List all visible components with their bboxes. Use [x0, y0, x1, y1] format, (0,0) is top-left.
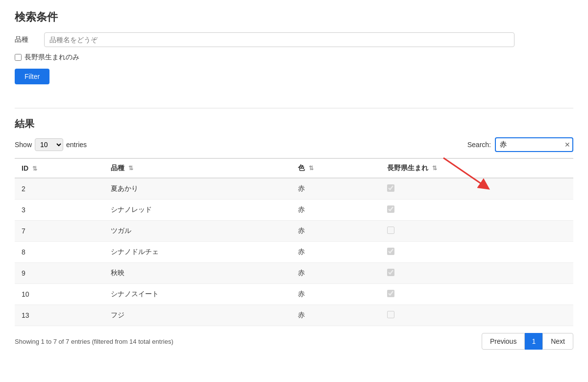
entries-select[interactable]: 10 25 50 100: [35, 138, 63, 151]
nagano-only-checkbox[interactable]: [15, 54, 22, 61]
nagano-checkbox[interactable]: [387, 227, 394, 234]
search-conditions-title: 検索条件: [15, 10, 573, 25]
showing-text: Showing 1 to 7 of 7 entries (filtered fr…: [15, 338, 173, 345]
cell-id: 8: [15, 242, 104, 263]
search-label: Search:: [467, 141, 491, 149]
variety-field-row: 品種: [15, 32, 573, 47]
sort-variety-icon[interactable]: ⇅: [128, 165, 133, 172]
search-input-wrap: ✕: [495, 137, 573, 152]
col-variety: 品種 ⇅: [104, 158, 291, 178]
previous-button[interactable]: Previous: [482, 333, 525, 350]
table-row: 8シナノドルチェ赤: [15, 242, 573, 263]
variety-label: 品種: [15, 35, 44, 44]
current-page: 1: [525, 333, 542, 350]
cell-id: 2: [15, 178, 104, 200]
cell-color: 赤: [291, 178, 380, 200]
cell-color: 赤: [291, 200, 380, 221]
table-header-row: ID ⇅ 品種 ⇅ 色 ⇅ 長野県生まれ ⇅: [15, 158, 573, 178]
table-row: 2夏あかり赤: [15, 178, 573, 200]
sort-nagano-icon[interactable]: ⇅: [432, 165, 437, 172]
cell-color: 赤: [291, 242, 380, 263]
sort-color-icon[interactable]: ⇅: [309, 165, 314, 172]
results-section: 結果 Show 10 25 50 100 entries Search: ✕: [15, 117, 573, 350]
nagano-only-label: 長野県生まれのみ: [24, 53, 79, 62]
cell-color: 赤: [291, 263, 380, 284]
cell-id: 10: [15, 284, 104, 305]
variety-input[interactable]: [44, 32, 514, 47]
nagano-checkbox[interactable]: [387, 269, 394, 276]
cell-variety: 夏あかり: [104, 178, 291, 200]
cell-nagano: [380, 221, 573, 242]
cell-id: 3: [15, 200, 104, 221]
show-label: Show: [15, 141, 32, 149]
cell-variety: フジ: [104, 305, 291, 326]
cell-nagano: [380, 284, 573, 305]
table-row: 9秋映赤: [15, 263, 573, 284]
search-input[interactable]: [495, 137, 573, 152]
show-entries-control: Show 10 25 50 100 entries: [15, 138, 87, 151]
search-box: Search: ✕: [467, 137, 573, 152]
col-id: ID ⇅: [15, 158, 104, 178]
next-button[interactable]: Next: [542, 333, 573, 350]
nagano-checkbox[interactable]: [387, 248, 394, 255]
table-body: 2夏あかり赤3シナノレッド赤7ツガル赤8シナノドルチェ赤9秋映赤10シナノスイー…: [15, 178, 573, 326]
filter-button[interactable]: Filter: [15, 69, 49, 84]
results-title: 結果: [15, 117, 573, 130]
cell-color: 赤: [291, 221, 380, 242]
table-row: 13フジ赤: [15, 305, 573, 326]
nagano-checkbox[interactable]: [387, 311, 394, 318]
cell-variety: 秋映: [104, 263, 291, 284]
cell-nagano: [380, 178, 573, 200]
entries-label: entries: [66, 141, 87, 149]
cell-id: 9: [15, 263, 104, 284]
cell-color: 赤: [291, 305, 380, 326]
nagano-checkbox[interactable]: [387, 290, 394, 297]
cell-nagano: [380, 305, 573, 326]
col-nagano: 長野県生まれ ⇅: [380, 158, 573, 178]
col-color: 色 ⇅: [291, 158, 380, 178]
cell-nagano: [380, 263, 573, 284]
results-table: ID ⇅ 品種 ⇅ 色 ⇅ 長野県生まれ ⇅: [15, 158, 573, 326]
cell-id: 13: [15, 305, 104, 326]
cell-id: 7: [15, 221, 104, 242]
table-row: 10シナノスイート赤: [15, 284, 573, 305]
cell-variety: シナノスイート: [104, 284, 291, 305]
table-row: 3シナノレッド赤: [15, 200, 573, 221]
sort-id-icon[interactable]: ⇅: [32, 165, 37, 172]
results-table-area: ID ⇅ 品種 ⇅ 色 ⇅ 長野県生まれ ⇅: [15, 158, 573, 326]
cell-color: 赤: [291, 284, 380, 305]
nagano-checkbox[interactable]: [387, 184, 394, 192]
cell-variety: ツガル: [104, 221, 291, 242]
table-controls: Show 10 25 50 100 entries Search: ✕: [15, 137, 573, 152]
search-conditions-section: 検索条件 品種 長野県生まれのみ Filter: [15, 10, 573, 96]
cell-variety: シナノレッド: [104, 200, 291, 221]
search-clear-button[interactable]: ✕: [564, 141, 570, 148]
table-row: 7ツガル赤: [15, 221, 573, 242]
nagano-checkbox[interactable]: [387, 205, 394, 213]
nagano-checkbox-row: 長野県生まれのみ: [15, 53, 573, 62]
cell-variety: シナノドルチェ: [104, 242, 291, 263]
cell-nagano: [380, 200, 573, 221]
cell-nagano: [380, 242, 573, 263]
footer-row: Showing 1 to 7 of 7 entries (filtered fr…: [15, 333, 573, 350]
section-divider: [15, 108, 573, 108]
pagination: Previous 1 Next: [482, 333, 573, 350]
